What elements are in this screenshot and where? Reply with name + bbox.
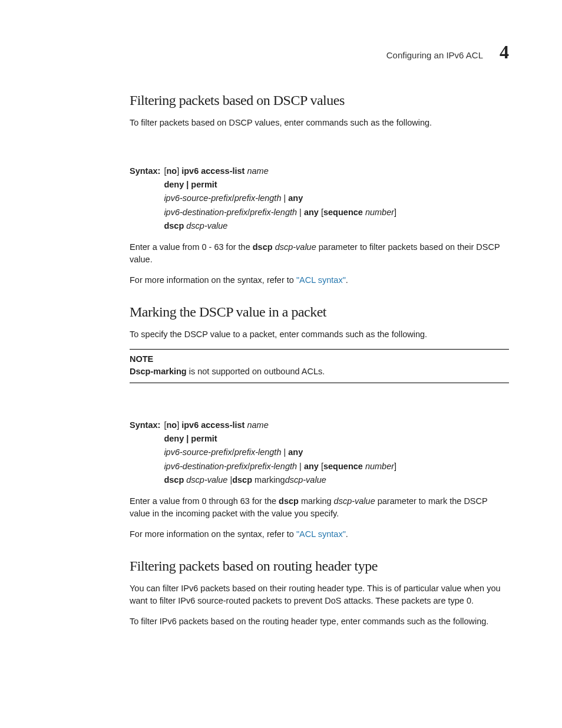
link-acl-syntax[interactable]: "ACL syntax" <box>296 529 346 539</box>
syntax-block: Syntax: [no] ipv6 access-list name deny … <box>130 419 509 487</box>
syntax-block: Syntax: [no] ipv6 access-list name deny … <box>130 164 509 233</box>
syntax-line: [no] ipv6 access-list name <box>164 419 509 432</box>
syntax-label: Syntax: <box>130 164 164 233</box>
paragraph: For more information on the syntax, refe… <box>130 528 509 541</box>
section-heading-routing-header: Filtering packets based on routing heade… <box>130 558 509 574</box>
syntax-line: ipv6-destination-prefix/prefix-length | … <box>164 460 509 473</box>
section-heading-dscp-marking: Marking the DSCP value in a packet <box>130 304 509 320</box>
syntax-line: deny | permit <box>164 178 509 192</box>
paragraph: To specify the DSCP value to a packet, e… <box>130 328 509 341</box>
page: Configuring an IPv6 ACL 4 Filtering pack… <box>0 0 562 728</box>
paragraph: To filter IPv6 packets based on the rout… <box>130 615 509 628</box>
syntax-line: ipv6-source-prefix/prefix-length | any <box>164 446 509 459</box>
syntax-lines: [no] ipv6 access-list name deny | permit… <box>164 419 509 487</box>
syntax-line: ipv6-source-prefix/prefix-length | any <box>164 192 509 205</box>
syntax-line: ipv6-destination-prefix/prefix-length | … <box>164 206 509 219</box>
paragraph: Enter a value from 0 through 63 for the … <box>130 495 509 520</box>
header-chapter-number: 4 <box>500 41 509 63</box>
paragraph: You can filter IPv6 packets based on the… <box>130 582 509 607</box>
paragraph: Enter a value from 0 - 63 for the dscp d… <box>130 241 509 266</box>
syntax-lines: [no] ipv6 access-list name deny | permit… <box>164 164 509 233</box>
paragraph: For more information on the syntax, refe… <box>130 274 509 286</box>
syntax-line: dscp dscp-value |dscp markingdscp-value <box>164 473 509 487</box>
syntax-line: [no] ipv6 access-list name <box>164 164 509 178</box>
syntax-label: Syntax: <box>130 419 164 487</box>
syntax-line: dscp dscp-value <box>164 219 509 233</box>
page-content: Filtering packets based on DSCP values T… <box>53 93 509 628</box>
note-text: Dscp-marking is not supported on outboun… <box>130 367 325 376</box>
page-header: Configuring an IPv6 ACL 4 <box>53 41 509 63</box>
syntax-line: deny | permit <box>164 432 509 446</box>
section-heading-dscp-filter: Filtering packets based on DSCP values <box>130 93 509 108</box>
header-title: Configuring an IPv6 ACL <box>386 50 483 60</box>
link-acl-syntax[interactable]: "ACL syntax" <box>296 275 346 285</box>
note-box: NOTE Dscp-marking is not supported on ou… <box>130 349 509 383</box>
note-label: NOTE <box>130 353 509 365</box>
paragraph: To filter packets based on DSCP values, … <box>130 117 509 129</box>
